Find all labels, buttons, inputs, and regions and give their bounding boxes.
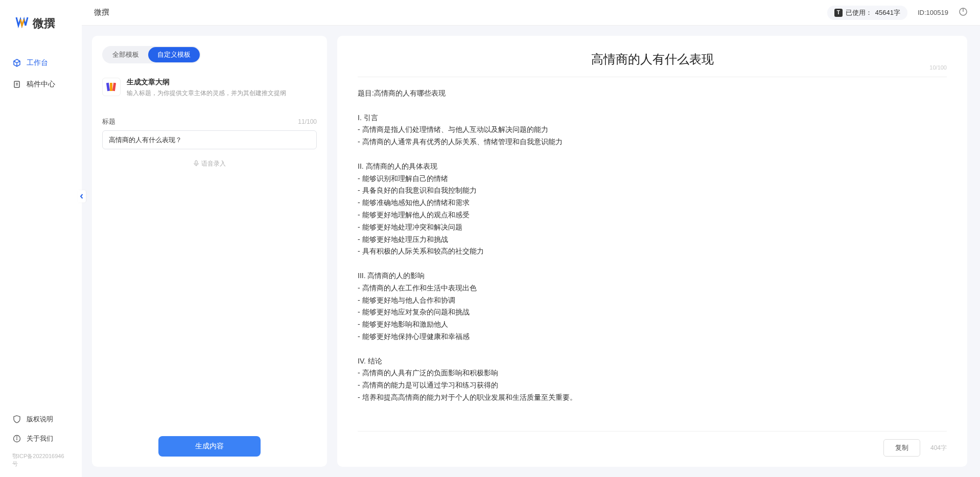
main-area: 微撰 T 已使用： 45641字 ID:100519 全部模板 自定义模板 bbox=[82, 0, 980, 477]
voice-input-button[interactable]: 语音录入 bbox=[102, 160, 317, 168]
header-right: T 已使用： 45641字 ID:100519 bbox=[827, 6, 968, 20]
logo-text: 微撰 bbox=[33, 16, 55, 31]
right-panel: 高情商的人有什么表现 10/100 题目:高情商的人有哪些表现 I. 引言 - … bbox=[337, 36, 967, 467]
doc-body[interactable]: 题目:高情商的人有哪些表现 I. 引言 - 高情商是指人们处理情绪、与他人互动以… bbox=[358, 87, 947, 426]
tab-group: 全部模板 自定义模板 bbox=[102, 46, 201, 63]
template-info: 生成文章大纲 输入标题，为你提供文章主体的灵感，并为其创建推文提纲 bbox=[127, 78, 317, 98]
nav-items: 工作台 稿件中心 bbox=[0, 52, 82, 410]
form-section: 标题 11/100 语音录入 bbox=[102, 117, 317, 168]
cube-icon bbox=[12, 58, 21, 67]
word-count: 404字 bbox=[930, 444, 947, 452]
shield-icon bbox=[12, 415, 21, 424]
mic-icon bbox=[193, 160, 199, 168]
left-panel-footer: 生成内容 bbox=[102, 426, 317, 457]
sidebar-footer: 版权说明 关于我们 鄂ICP备2022016946号 bbox=[0, 410, 82, 477]
nav-item-drafts[interactable]: 稿件中心 bbox=[0, 74, 82, 95]
svg-point-5 bbox=[17, 437, 17, 437]
power-icon[interactable] bbox=[959, 7, 968, 18]
generate-button[interactable]: 生成内容 bbox=[158, 436, 261, 457]
doc-title[interactable]: 高情商的人有什么表现 bbox=[591, 51, 714, 67]
copy-button[interactable]: 复制 bbox=[883, 439, 920, 457]
svg-rect-11 bbox=[195, 161, 197, 164]
icp-text: 鄂ICP备2022016946号 bbox=[0, 448, 82, 472]
form-label-row: 标题 11/100 bbox=[102, 117, 317, 126]
left-panel: 全部模板 自定义模板 生成文章大纲 输入标题，为你提供文章主体的灵感，并为其创建… bbox=[92, 36, 327, 467]
nav-item-workbench[interactable]: 工作台 bbox=[0, 52, 82, 74]
nav-item-copyright[interactable]: 版权说明 bbox=[0, 410, 82, 429]
sidebar: 微撰 工作台 稿件中心 版权说明 关于我们 鄂ICP备2 bbox=[0, 0, 82, 477]
template-desc: 输入标题，为你提供文章主体的灵感，并为其创建推文提纲 bbox=[127, 89, 317, 98]
tab-custom-templates[interactable]: 自定义模板 bbox=[148, 47, 200, 62]
usage-badge[interactable]: T 已使用： 45641字 bbox=[827, 6, 907, 20]
svg-rect-9 bbox=[110, 83, 112, 91]
tab-all-templates[interactable]: 全部模板 bbox=[103, 47, 148, 62]
header: 微撰 T 已使用： 45641字 ID:100519 bbox=[82, 0, 980, 26]
nav-label: 工作台 bbox=[27, 58, 48, 67]
text-icon: T bbox=[834, 9, 843, 17]
form-label: 标题 bbox=[102, 117, 115, 126]
document-icon bbox=[12, 80, 21, 89]
usage-value: 45641字 bbox=[875, 8, 900, 17]
template-title: 生成文章大纲 bbox=[127, 78, 317, 87]
svg-rect-8 bbox=[106, 83, 110, 92]
right-footer: 复制 404字 bbox=[358, 431, 947, 457]
nav-item-about[interactable]: 关于我们 bbox=[0, 429, 82, 448]
template-icon bbox=[102, 78, 121, 96]
voice-label: 语音录入 bbox=[201, 160, 226, 168]
content-area: 全部模板 自定义模板 生成文章大纲 输入标题，为你提供文章主体的灵感，并为其创建… bbox=[82, 26, 980, 477]
info-icon bbox=[12, 434, 21, 443]
nav-label: 版权说明 bbox=[27, 415, 53, 424]
nav-label: 稿件中心 bbox=[27, 80, 55, 89]
chevron-left-icon bbox=[79, 194, 84, 199]
svg-rect-0 bbox=[14, 81, 19, 87]
char-count: 11/100 bbox=[298, 118, 317, 125]
nav-label: 关于我们 bbox=[27, 434, 53, 443]
title-input[interactable] bbox=[102, 130, 317, 149]
template-card[interactable]: 生成文章大纲 输入标题，为你提供文章主体的灵感，并为其创建推文提纲 bbox=[102, 74, 317, 102]
logo-icon bbox=[15, 15, 29, 32]
svg-rect-10 bbox=[112, 83, 116, 92]
doc-title-count: 10/100 bbox=[929, 64, 947, 71]
usage-prefix: 已使用： bbox=[846, 8, 872, 17]
user-id: ID:100519 bbox=[918, 9, 948, 16]
doc-title-row: 高情商的人有什么表现 10/100 bbox=[358, 51, 947, 77]
logo[interactable]: 微撰 bbox=[0, 15, 82, 52]
header-title: 微撰 bbox=[94, 8, 109, 17]
sidebar-collapse-handle[interactable] bbox=[78, 190, 86, 202]
